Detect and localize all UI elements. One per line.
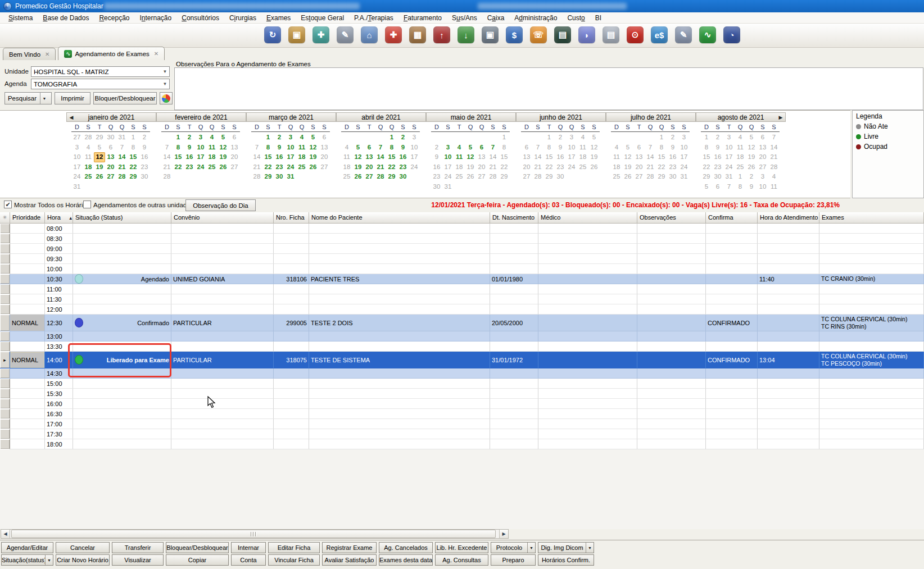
cell-ficha[interactable] [274, 234, 309, 244]
cell-nascimento[interactable] [490, 234, 538, 244]
cell-confirma[interactable] [706, 304, 758, 315]
calendar-day[interactable]: 5 [588, 133, 600, 143]
calendar-day[interactable]: 26 [218, 162, 229, 172]
cell-confirma[interactable] [706, 264, 758, 274]
cell-exames[interactable]: TC CRANIO (30min) [819, 274, 924, 284]
cell-ficha[interactable] [274, 224, 309, 234]
calendar-day[interactable]: 4 [735, 133, 746, 143]
calendar-day[interactable]: 2 [431, 143, 442, 153]
calendar-day[interactable]: 8 [386, 143, 397, 153]
calendar-day[interactable]: 6 [757, 133, 768, 143]
cell-prioridade[interactable] [10, 419, 45, 429]
cell-convenio[interactable] [171, 439, 274, 449]
cell-nascimento[interactable] [490, 254, 538, 264]
cell-ficha[interactable]: 318075 [274, 352, 309, 368]
calendar-day[interactable]: 2 [555, 133, 566, 143]
cell-hora_atendimento[interactable] [758, 294, 819, 304]
calendar-day[interactable]: 2 [139, 133, 150, 143]
calendar-day[interactable]: 8 [262, 143, 274, 153]
calendar-day[interactable]: 9 [139, 143, 150, 153]
cell-medico[interactable] [538, 244, 637, 254]
close-tab-icon[interactable]: ✕ [154, 51, 158, 57]
cell-medico[interactable] [538, 352, 637, 368]
transferir-button[interactable]: Transferir [112, 542, 164, 553]
calendar-day[interactable]: 19 [218, 152, 229, 162]
cell-situacao[interactable] [73, 419, 171, 429]
calendar-day[interactable]: 5 [352, 143, 364, 153]
calendar-day[interactable]: 24 [678, 162, 690, 172]
calendar-day[interactable]: 29 [94, 133, 105, 143]
calendar-day[interactable]: 10 [71, 152, 83, 162]
scroll-right-icon[interactable]: ▶ [499, 530, 508, 538]
cell-observacoes[interactable] [637, 409, 706, 419]
chevron-down-icon[interactable]: ▼ [161, 69, 169, 74]
calendar-day[interactable]: 25 [735, 162, 746, 172]
cell-hora[interactable]: 09:00 [45, 244, 73, 254]
calendar-day[interactable]: 23 [397, 162, 409, 172]
cell-exames[interactable] [819, 368, 924, 379]
calendar-day[interactable]: 13 [229, 143, 240, 153]
grid-row-12-30[interactable]: NORMAL12:30ConfirmadoPARTICULAR299005TES… [0, 315, 924, 331]
cell-gutter[interactable] [0, 379, 10, 389]
calendar-day[interactable]: 13 [364, 152, 375, 162]
cell-gutter[interactable] [0, 368, 10, 379]
calendar-day[interactable]: 5 [307, 133, 319, 143]
cell-hora_atendimento[interactable] [758, 379, 819, 389]
cell-ficha[interactable] [274, 244, 309, 254]
cell-nome[interactable]: TESTE 2 DOIS [309, 315, 490, 331]
cell-observacoes[interactable] [637, 234, 706, 244]
cell-gutter[interactable] [0, 284, 10, 294]
cell-nascimento[interactable] [490, 399, 538, 409]
cell-ficha[interactable]: 318106 [274, 274, 309, 284]
cell-nome[interactable] [309, 224, 490, 234]
cell-medico[interactable] [538, 274, 637, 284]
calendar-day[interactable]: 6 [476, 143, 487, 153]
cell-hora[interactable]: 09:30 [45, 254, 73, 264]
cell-medico[interactable] [538, 409, 637, 419]
calendar-day[interactable]: 6 [229, 133, 240, 143]
calendar-day[interactable]: 4 [83, 143, 94, 153]
cell-nome[interactable] [309, 294, 490, 304]
calendar-day[interactable]: 8 [499, 143, 510, 153]
calendar-day[interactable]: 6 [105, 143, 116, 153]
calendar-day[interactable]: 29 [499, 172, 510, 182]
phonebook-icon[interactable]: ☏ [530, 26, 547, 43]
cell-hora[interactable]: 14:00 [45, 352, 73, 368]
column-header-gutter[interactable]: ✳ [0, 212, 10, 224]
cell-gutter[interactable] [0, 264, 10, 274]
cell-nascimento[interactable] [490, 368, 538, 379]
cell-prioridade[interactable] [10, 294, 45, 304]
calendar-day[interactable]: 21 [487, 162, 499, 172]
cell-exames[interactable] [819, 304, 924, 315]
calendar-day[interactable]: 5 [218, 133, 229, 143]
e-invoice-icon[interactable]: e$ [651, 26, 668, 43]
cell-confirma[interactable] [706, 274, 758, 284]
calendar-day[interactable]: 13 [476, 152, 487, 162]
calendar-day[interactable]: 19 [622, 162, 633, 172]
calendar-day[interactable]: 9 [555, 143, 566, 153]
calendar-day[interactable]: 18 [611, 162, 622, 172]
editar-ficha-button[interactable]: Editar Ficha [268, 542, 320, 553]
cell-gutter[interactable] [0, 439, 10, 449]
cell-exames[interactable] [819, 419, 924, 429]
cell-exames[interactable] [819, 234, 924, 244]
cell-nome[interactable] [309, 342, 490, 352]
cell-nascimento[interactable] [490, 409, 538, 419]
menu-item-base-de-dados[interactable]: Base de Dados [38, 14, 94, 22]
cell-hora_atendimento[interactable] [758, 409, 819, 419]
cell-convenio[interactable] [171, 379, 274, 389]
cell-confirma[interactable] [706, 234, 758, 244]
calendar-day[interactable]: 21 [161, 162, 173, 172]
cell-confirma[interactable] [706, 439, 758, 449]
internar-button[interactable]: Internar [231, 542, 266, 553]
cell-ficha[interactable] [274, 342, 309, 352]
doctor-icon[interactable]: ✚ [312, 26, 329, 43]
cell-nascimento[interactable]: 31/01/1972 [490, 352, 538, 368]
menu-item-faturamento[interactable]: Faturamento [398, 14, 447, 22]
cell-exames[interactable] [819, 389, 924, 399]
cell-situacao[interactable] [73, 294, 171, 304]
grid-row-17-30[interactable]: 17:30 [0, 429, 924, 439]
cell-situacao[interactable] [73, 264, 171, 274]
calendar-day[interactable]: 27 [364, 172, 375, 182]
calendar-day[interactable]: 3 [757, 172, 768, 182]
